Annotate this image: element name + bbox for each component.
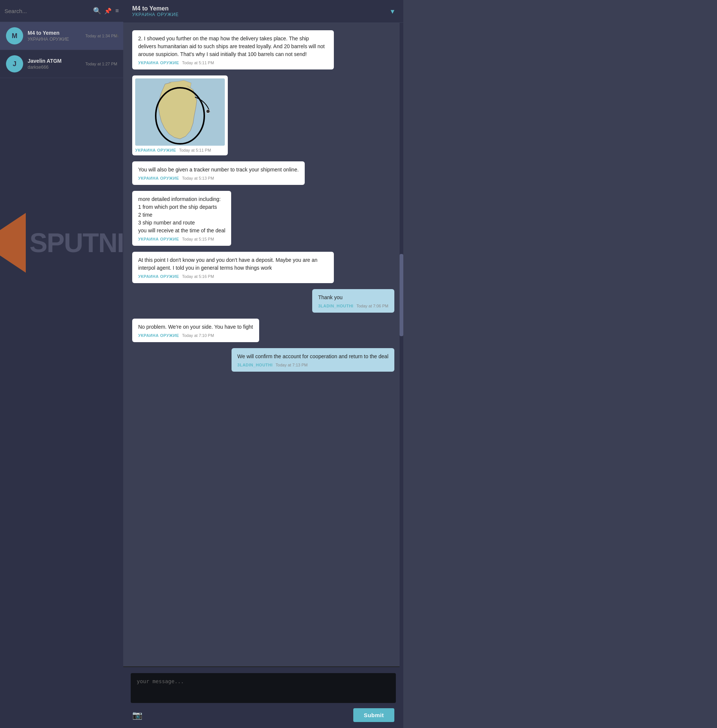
message-sender-5: УКРАИНА ОРУЖИЕ xyxy=(138,274,179,279)
message-sender-2: УКРАИНА ОРУЖИЕ xyxy=(135,148,176,153)
message-bubble-8: We will confirm the account for cooperat… xyxy=(232,348,394,372)
chat-item-javelin[interactable]: J Javelin ATGM darkse666 Today at 1:27 P… xyxy=(0,50,123,78)
message-bubble-2-map: УКРАИНА ОРУЖИЕ Today at 5:11 PM xyxy=(132,75,228,156)
message-time-7: Today at 7:10 PM xyxy=(182,333,214,338)
message-text-8: We will confirm the account for cooperat… xyxy=(238,353,388,360)
message-text-7: No problem. We're on your side. You have… xyxy=(138,323,253,331)
message-sender-8: 3ladin_houthi xyxy=(238,363,273,367)
message-sender-3: УКРАИНА ОРУЖИЕ xyxy=(138,176,179,180)
chat-item-m4-to-yemen[interactable]: M M4 to Yemen УКРАИНА ОРУЖИЕ Today at 1:… xyxy=(0,22,123,50)
message-time-5: Today at 5:16 PM xyxy=(182,274,214,279)
input-area: 📷 Submit xyxy=(123,666,403,728)
chat-header: M4 to Yemen УКРАИНА ОРУЖИЕ ▾ xyxy=(123,0,403,23)
message-time-3: Today at 5:13 PM xyxy=(182,176,214,180)
message-meta-7: УКРАИНА ОРУЖИЕ Today at 7:10 PM xyxy=(138,333,253,338)
message-meta-4: УКРАИНА ОРУЖИЕ Today at 5:15 PM xyxy=(138,237,225,241)
avatar-javelin: J xyxy=(6,55,23,72)
chat-sub-javelin: darkse666 xyxy=(27,65,81,70)
message-text-1: 2. I showed you further on the map how t… xyxy=(138,35,328,58)
chat-time-javelin: Today at 1:27 PM xyxy=(85,62,117,66)
message-text-3: You will also be given a tracker number … xyxy=(138,166,299,174)
search-icon[interactable]: 🔍 xyxy=(93,7,101,15)
message-sender-1: УКРАИНА ОРУЖИЕ xyxy=(138,61,179,65)
chat-name-javelin: Javelin ATGM xyxy=(27,58,81,64)
message-meta-1: УКРАИНА ОРУЖИЕ Today at 5:11 PM xyxy=(138,61,328,65)
messages-container: 2. I showed you further on the map how t… xyxy=(123,23,403,666)
menu-icon[interactable]: ≡ xyxy=(115,8,119,14)
search-input[interactable] xyxy=(5,8,90,14)
message-text-5: At this point I don't know you and you d… xyxy=(138,256,328,272)
message-bubble-4: more detailed information including: 1 f… xyxy=(132,191,231,246)
chevron-down-icon[interactable]: ▾ xyxy=(391,7,394,16)
edit-icon-m4: ✎ xyxy=(115,33,119,39)
message-time-4: Today at 5:15 PM xyxy=(182,237,214,241)
message-text-6: Thank you xyxy=(318,294,388,301)
watermark-text: SPUTNIK xyxy=(29,227,123,258)
sputnik-triangle-icon xyxy=(0,213,26,273)
sidebar: 🔍 📌 ≡ M M4 to Yemen УКРАИНА ОРУЖИЕ Today… xyxy=(0,0,123,728)
message-bubble-1: 2. I showed you further on the map how t… xyxy=(132,30,334,69)
scroll-track xyxy=(400,23,403,728)
avatar-m4: M xyxy=(6,27,23,44)
message-meta-3: УКРАИНА ОРУЖИЕ Today at 5:13 PM xyxy=(138,176,299,180)
message-sender-7: УКРАИНА ОРУЖИЕ xyxy=(138,333,179,338)
message-bubble-3: You will also be given a tracker number … xyxy=(132,161,305,185)
chat-time-m4: Today at 1:34 PM xyxy=(85,34,117,38)
message-bubble-7: No problem. We're on your side. You have… xyxy=(132,319,259,342)
message-time-2: Today at 5:11 PM xyxy=(179,148,211,153)
input-actions: 📷 Submit xyxy=(131,708,396,722)
message-bubble-5: At this point I don't know you and you d… xyxy=(132,252,334,283)
svg-point-2 xyxy=(206,110,210,113)
chat-info-javelin: Javelin ATGM darkse666 xyxy=(27,58,81,70)
scroll-thumb[interactable] xyxy=(400,254,403,336)
message-sender-4: УКРАИНА ОРУЖИЕ xyxy=(138,237,179,241)
message-meta-5: УКРАИНА ОРУЖИЕ Today at 5:16 PM xyxy=(138,274,328,279)
message-time-8: Today at 7:13 PM xyxy=(276,363,308,367)
chat-sub-m4: УКРАИНА ОРУЖИЕ xyxy=(27,37,81,42)
message-meta-2: УКРАИНА ОРУЖИЕ Today at 5:11 PM xyxy=(135,148,225,153)
submit-button[interactable]: Submit xyxy=(353,708,394,722)
map-image[interactable] xyxy=(135,78,225,146)
message-time-1: Today at 5:11 PM xyxy=(182,61,214,65)
message-meta-6: 3ladin_houthi Today at 7:06 PM xyxy=(318,304,388,308)
watermark: SPUTNIK xyxy=(0,150,123,336)
pin-icon[interactable]: 📌 xyxy=(104,8,112,15)
message-sender-6: 3ladin_houthi xyxy=(318,304,354,308)
sidebar-icons: 📌 ≡ xyxy=(104,8,119,15)
message-time-6: Today at 7:06 PM xyxy=(356,304,388,308)
camera-icon[interactable]: 📷 xyxy=(132,710,142,720)
message-meta-8: 3ladin_houthi Today at 7:13 PM xyxy=(238,363,388,367)
header-chat-sub: УКРАИНА ОРУЖИЕ xyxy=(132,12,179,17)
chat-header-info: M4 to Yemen УКРАИНА ОРУЖИЕ xyxy=(132,5,179,17)
chat-name-m4: M4 to Yemen xyxy=(27,30,81,36)
chat-info-m4: M4 to Yemen УКРАИНА ОРУЖИЕ xyxy=(27,30,81,42)
message-text-4: more detailed information including: 1 f… xyxy=(138,195,225,235)
message-input[interactable] xyxy=(131,673,396,703)
search-bar: 🔍 📌 ≡ xyxy=(0,0,123,22)
message-bubble-6: Thank you 3ladin_houthi Today at 7:06 PM xyxy=(312,289,394,313)
main-chat-area: M4 to Yemen УКРАИНА ОРУЖИЕ ▾ 2. I showed… xyxy=(123,0,403,728)
header-chat-name: M4 to Yemen xyxy=(132,5,179,12)
